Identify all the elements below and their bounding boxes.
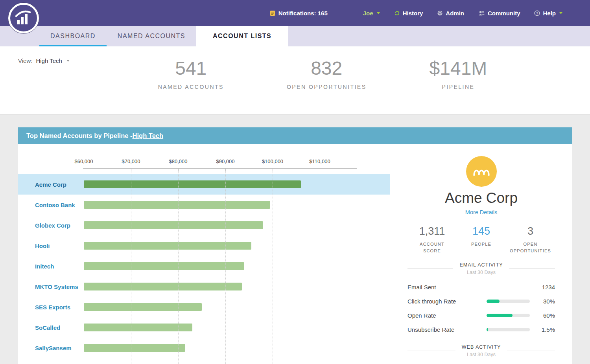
bar-area (84, 262, 390, 270)
axis-tick-mark (178, 169, 179, 171)
help-menu[interactable]: ? Help (534, 10, 562, 17)
progress-bar-fill (487, 300, 500, 303)
chart-row[interactable]: Acme Corp (18, 174, 390, 195)
pipeline-bar (84, 180, 301, 188)
panel-title: Top Named Accounts by Pipeline - (26, 132, 133, 140)
notifications-label: Notifications: 165 (278, 10, 328, 17)
pipeline-bar (84, 242, 251, 250)
email-activity-subtitle: Last 30 Days (459, 270, 503, 275)
history-icon (394, 10, 400, 16)
pipeline-bar (84, 303, 202, 311)
history-menu[interactable]: History (394, 10, 423, 17)
bar-area (84, 303, 390, 311)
account-name-link[interactable]: MKTO Systems (18, 283, 84, 290)
axis-tick-mark (84, 169, 84, 171)
chart-row[interactable] (18, 358, 390, 364)
chevron-down-icon (559, 12, 562, 14)
account-name-link[interactable]: Globex Corp (18, 222, 84, 229)
email-metric-label: Open Rate (407, 312, 487, 319)
account-name-link[interactable]: Initech (18, 263, 84, 270)
stat-pipeline: $141M PIPELINE (430, 57, 487, 90)
web-activity-header: WEB ACTIVITY Last 30 Days (407, 344, 555, 357)
stat-label: PIPELINE (430, 84, 487, 90)
bar-area (84, 221, 390, 229)
bar-area (84, 180, 390, 188)
pipeline-bar (84, 262, 244, 270)
account-name-link[interactable]: SoCalled (18, 324, 84, 331)
email-activity-row: Unsubscribe Rate1.5% (407, 322, 555, 336)
chevron-down-icon (377, 12, 380, 14)
chart-row[interactable]: Globex Corp (18, 215, 390, 235)
account-name-link[interactable]: SallySansem (18, 345, 84, 351)
chart-row[interactable]: SoCalled (18, 317, 390, 338)
account-name-link[interactable]: Acme Corp (18, 181, 84, 188)
web-activity-subtitle: Last 30 Days (462, 352, 501, 357)
email-activity-header: EMAIL ACTIVITY Last 30 Days (407, 262, 555, 275)
bar-area (84, 201, 390, 209)
summary-section: View: High Tech 541 NAMED ACCOUNTS 832 O… (0, 46, 590, 114)
account-stat-value: 145 (457, 225, 506, 237)
chart-row[interactable]: SallySansem (18, 338, 390, 358)
account-detail-card: Acme Corp More Details 1,311ACCOUNT SCOR… (390, 144, 572, 364)
account-stat-label: ACCOUNT SCORE (407, 241, 457, 254)
account-stat: 145PEOPLE (457, 225, 506, 254)
community-icon (478, 10, 485, 16)
chart-row[interactable]: MKTO Systems (18, 276, 390, 297)
pipeline-bar (84, 201, 270, 209)
chart-axis: $60,000$70,000$80,000$90,000$100,000$110… (84, 156, 343, 169)
account-name-link[interactable]: Contoso Bank (18, 202, 84, 208)
axis-tick-label: $80,000 (169, 158, 188, 164)
email-metric-value: 30% (536, 298, 555, 305)
user-name: Joe (363, 10, 373, 17)
email-activity-row: Click through Rate30% (407, 294, 555, 308)
tab-dashboard[interactable]: DASHBOARD (39, 26, 107, 46)
web-activity-title: WEB ACTIVITY (462, 344, 501, 350)
tab-bar: DASHBOARD NAMED ACCOUNTS ACCOUNT LISTS (0, 26, 590, 46)
account-name-link[interactable]: SES Exports (18, 304, 84, 311)
account-name-link[interactable]: Hooli (18, 243, 84, 249)
pipeline-bar (84, 344, 185, 352)
pipeline-bar-chart: $60,000$70,000$80,000$90,000$100,000$110… (18, 144, 390, 364)
axis-tick-mark (131, 169, 131, 171)
chart-row[interactable]: SES Exports (18, 297, 390, 317)
marketo-logo-icon (8, 2, 39, 34)
account-stat-label: OPEN OPPORTUNITIES (506, 241, 555, 254)
email-activity-row: Open Rate60% (407, 308, 555, 322)
user-menu[interactable]: Joe (363, 10, 380, 17)
stat-open-opportunities: 832 OPEN OPPORTUNITIES (287, 57, 367, 90)
panel-title-view-link[interactable]: High Tech (133, 132, 164, 140)
axis-tick-label: $100,000 (262, 158, 283, 164)
account-name: Acme Corp (407, 190, 555, 206)
community-label: Community (488, 10, 520, 17)
summary-stats: 541 NAMED ACCOUNTS 832 OPEN OPPORTUNITIE… (28, 46, 590, 90)
marketo-logo[interactable] (8, 2, 39, 34)
admin-menu[interactable]: Admin (437, 10, 464, 17)
pipeline-bar (84, 221, 263, 229)
tab-account-lists[interactable]: ACCOUNT LISTS (196, 26, 288, 46)
bar-area (84, 344, 390, 352)
tab-named-accounts[interactable]: NAMED ACCOUNTS (107, 26, 196, 46)
community-menu[interactable]: Community (478, 10, 520, 17)
stat-label: OPEN OPPORTUNITIES (287, 84, 367, 90)
svg-text:?: ? (536, 11, 538, 15)
more-details-link[interactable]: More Details (465, 209, 497, 215)
email-metric-label: Unsubscribe Rate (407, 326, 487, 333)
chart-row[interactable]: Contoso Bank (18, 195, 390, 215)
axis-tick-label: $70,000 (122, 158, 140, 164)
axis-tick-mark (320, 169, 320, 171)
notifications-menu[interactable]: Notifications: 165 (269, 10, 328, 17)
email-metric-value: 60% (536, 312, 555, 319)
email-activity-title: EMAIL ACTIVITY (459, 262, 503, 268)
help-label: Help (543, 10, 556, 17)
axis-tick-label: $110,000 (309, 158, 330, 164)
divider (407, 351, 455, 351)
email-metric-value: 1234 (536, 284, 555, 290)
email-activity-row: Email Sent1234 (407, 280, 555, 294)
divider (407, 268, 453, 269)
admin-label: Admin (446, 10, 464, 17)
bar-area (84, 242, 390, 250)
stat-value: 541 (158, 57, 224, 79)
chart-row[interactable]: Hooli (18, 235, 390, 256)
chart-row[interactable]: Initech (18, 256, 390, 276)
axis-tick-mark (273, 169, 273, 171)
